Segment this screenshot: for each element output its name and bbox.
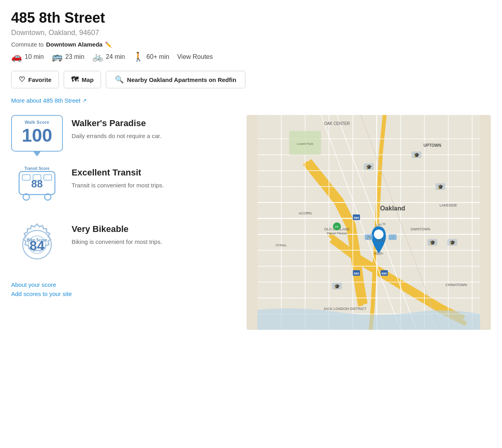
svg-text:🎓: 🎓: [430, 240, 436, 245]
bus-time: 23 min: [65, 53, 84, 60]
transit-score-desc: Transit is convenient for most trips.: [72, 181, 234, 190]
transit-score-badge: 88 Transit Score: [11, 164, 63, 208]
svg-text:UPTOWN: UPTOWN: [424, 143, 441, 148]
walk-score-title: Walker's Paradise: [72, 118, 234, 129]
transit-score-item: 88 Transit Score Excellent Transit Trans…: [11, 164, 234, 208]
about-score-link[interactable]: About your score: [11, 281, 234, 288]
svg-text:CHINATOWN: CHINATOWN: [446, 283, 467, 287]
transit-score-info: Excellent Transit Transit is convenient …: [72, 164, 234, 190]
favorite-label: Favorite: [28, 76, 51, 83]
nearby-label: Nearby Oakland Apartments on Redfin: [127, 76, 236, 83]
svg-text:🛒: 🛒: [390, 234, 395, 240]
svg-text:🎓: 🎓: [366, 164, 372, 170]
bike-score-desc: Biking is convenient for most trips.: [72, 238, 234, 247]
search-icon: 🔍: [115, 75, 124, 84]
bike-score-badge: Bike Score 84: [11, 221, 63, 269]
svg-text:Lowell Park: Lowell Park: [297, 142, 313, 146]
transit-badge-svg: 88 Transit Score: [11, 164, 63, 208]
edit-icon[interactable]: ✏️: [105, 41, 112, 48]
svg-text:PF: PF: [335, 226, 339, 228]
svg-text:🎓: 🎓: [334, 283, 340, 289]
heart-icon: ♡: [19, 75, 25, 84]
svg-text:🎓: 🎓: [449, 240, 455, 245]
walk-time: 60+ min: [146, 53, 169, 60]
map-svg: Lowell Park Oakland UPTOWN ACORN OLD OAK…: [247, 115, 491, 330]
svg-text:8th St: 8th St: [377, 239, 385, 242]
svg-text:STRIAL: STRIAL: [276, 243, 287, 247]
car-icon: 🚗: [11, 52, 22, 62]
content-row: Walk Score 100 Walker's Paradise Daily e…: [11, 115, 491, 330]
bike-time: 24 min: [106, 53, 125, 60]
svg-text:🎓: 🎓: [414, 152, 420, 158]
transit-score-title: Excellent Transit: [72, 168, 234, 178]
view-routes-button[interactable]: View Routes: [177, 53, 213, 60]
walk-score-label: Walk Score: [17, 120, 57, 125]
walk-score-info: Walker's Paradise Daily errands do not r…: [72, 115, 234, 141]
address-subtitle: Downtown, Oakland, 94607: [11, 29, 491, 37]
svg-text:JACK LONDON DISTRICT: JACK LONDON DISTRICT: [323, 307, 367, 311]
svg-text:84: 84: [29, 238, 45, 253]
svg-text:LAKESIDE: LAKESIDE: [440, 203, 457, 207]
map-label: Map: [82, 76, 93, 83]
scores-column: Walk Score 100 Walker's Paradise Daily e…: [11, 115, 234, 330]
map-icon: 🗺: [71, 76, 78, 84]
svg-text:Transit Score: Transit Score: [24, 166, 50, 171]
gear-svg: Bike Score 84: [13, 221, 61, 269]
bike-score-title: Very Bikeable: [72, 224, 234, 234]
walk-score-number: 100: [17, 126, 57, 144]
svg-text:880: 880: [381, 272, 387, 275]
more-about-link[interactable]: More about 485 8th Street ↗: [11, 97, 491, 104]
svg-rect-1: [22, 175, 30, 180]
bike-score-item: Bike Score 84 Very Bikeable Biking is co…: [11, 221, 234, 269]
walk-transport: 🚶 60+ min: [133, 52, 169, 62]
svg-text:OAK CENTER: OAK CENTER: [324, 121, 350, 126]
add-scores-link[interactable]: Add scores to your site: [11, 290, 234, 297]
external-link-icon: ↗: [82, 97, 87, 103]
map-column: Lowell Park Oakland UPTOWN ACORN OLD OAK…: [247, 115, 491, 330]
bike-score-info: Very Bikeable Biking is convenient for m…: [72, 221, 234, 247]
walk-score-badge: Walk Score 100: [11, 115, 63, 152]
bus-icon: 🚌: [52, 52, 62, 62]
commute-label: Commute to: [11, 41, 44, 48]
svg-text:Oakland: Oakland: [380, 205, 405, 212]
svg-text:980: 980: [354, 216, 359, 220]
svg-rect-3: [44, 175, 52, 180]
bike-icon: 🚲: [92, 52, 103, 62]
svg-text:88: 88: [31, 178, 43, 190]
commute-destination: Downtown Alameda: [46, 41, 103, 48]
address-title: 485 8th Street: [11, 10, 491, 26]
action-buttons: ♡ Favorite 🗺 Map 🔍 Nearby Oakland Apartm…: [11, 71, 491, 88]
svg-text:Planet Fitness: Planet Fitness: [327, 232, 347, 235]
svg-text:ACORN: ACORN: [299, 211, 312, 215]
walk-icon: 🚶: [133, 52, 144, 62]
svg-text:DWNTOWN: DWNTOWN: [411, 227, 430, 231]
commute-line: Commute to Downtown Alameda ✏️: [11, 41, 491, 48]
map-container[interactable]: Lowell Park Oakland UPTOWN ACORN OLD OAK…: [247, 115, 491, 330]
walk-score-item: Walk Score 100 Walker's Paradise Daily e…: [11, 115, 234, 152]
car-transport: 🚗 10 min: [11, 52, 44, 62]
transport-row: 🚗 10 min 🚌 23 min 🚲 24 min 🚶 60+ min Vie…: [11, 52, 491, 62]
car-time: 10 min: [25, 53, 44, 60]
svg-text:🎓: 🎓: [438, 184, 444, 190]
walk-score-desc: Daily errands do not require a car.: [72, 132, 234, 141]
svg-text:🚌: 🚌: [367, 235, 372, 240]
favorite-button[interactable]: ♡ Favorite: [11, 71, 59, 88]
more-about-text: More about 485 8th Street: [11, 97, 80, 104]
svg-text:980: 980: [354, 272, 359, 275]
nearby-button[interactable]: 🔍 Nearby Oakland Apartments on Redfin: [106, 71, 245, 88]
bus-transport: 🚌 23 min: [52, 52, 84, 62]
svg-point-62: [374, 230, 383, 239]
map-button[interactable]: 🗺 Map: [64, 71, 101, 88]
bike-transport: 🚲 24 min: [92, 52, 125, 62]
